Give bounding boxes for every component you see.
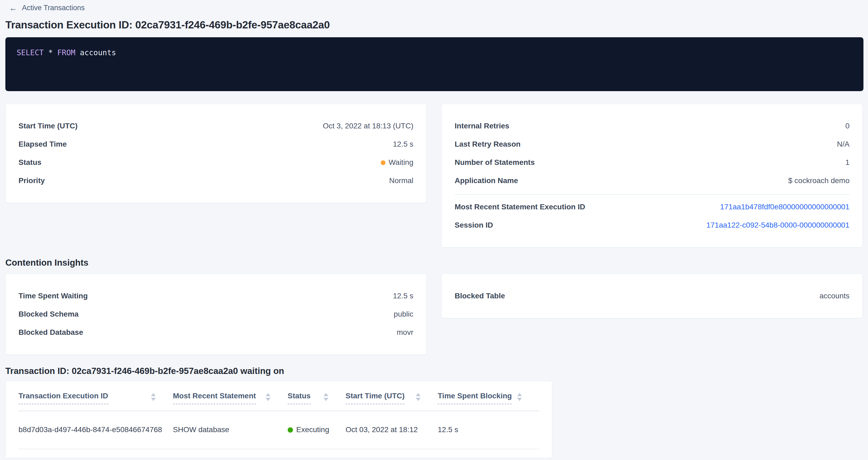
detail-row-application-name: Application Name $ cockroach demo [455, 172, 849, 190]
detail-label: Elapsed Time [19, 140, 67, 149]
waiting-on-table-card: Transaction Execution ID Most Recent Sta… [5, 381, 552, 458]
contention-blocked-table-card: Blocked Table accounts [441, 274, 863, 318]
detail-value: 12.5 s [393, 292, 413, 301]
caret-up-icon [323, 393, 329, 396]
detail-row-start-time: Start Time (UTC) Oct 3, 2022 at 18:13 (U… [19, 117, 413, 135]
column-header-label[interactable]: Start Time (UTC) [345, 391, 404, 404]
contention-row-blocked-schema: Blocked Schema public [19, 305, 413, 323]
detail-row-last-retry-reason: Last Retry Reason N/A [455, 135, 849, 153]
detail-row-number-of-statements: Number of Statements 1 [455, 153, 849, 172]
column-header-label[interactable]: Time Spent Blocking [438, 391, 512, 404]
session-id-link[interactable]: 171aa122-c092-54b8-0000-000000000001 [706, 221, 849, 230]
status-value: Waiting [381, 158, 413, 167]
sql-keyword: SELECT [17, 48, 44, 57]
waiting-on-table: Transaction Execution ID Most Recent Sta… [19, 387, 539, 449]
back-to-active-transactions-link[interactable]: ← Active Transactions [9, 4, 85, 12]
sql-plain-text: accounts [75, 48, 116, 57]
column-header-label[interactable]: Most Recent Statement [173, 391, 256, 404]
sql-statement-box: SELECT * FROM accounts [5, 37, 863, 91]
contention-cards: Time Spent Waiting 12.5 s Blocked Schema… [5, 274, 863, 355]
table-row: b8d7d03a-d497-446b-8474-e50846674768 SHO… [19, 411, 539, 449]
card-divider [455, 194, 849, 195]
contention-row-time-spent-waiting: Time Spent Waiting 12.5 s [19, 287, 413, 305]
waiting-status-dot-icon [381, 160, 385, 165]
contention-row-blocked-table: Blocked Table accounts [455, 287, 849, 305]
caret-down-icon [151, 398, 156, 401]
details-cards: Start Time (UTC) Oct 3, 2022 at 18:13 (U… [5, 104, 863, 247]
column-header-status: Status [288, 387, 345, 411]
contention-waiting-card: Time Spent Waiting 12.5 s Blocked Schema… [5, 274, 427, 355]
caret-up-icon [517, 393, 522, 396]
caret-up-icon [266, 393, 271, 396]
cell-time-spent-blocking: 12.5 s [438, 411, 539, 449]
column-header-time-spent-blocking: Time Spent Blocking [438, 387, 539, 411]
column-header-label[interactable]: Transaction Execution ID [19, 391, 108, 404]
detail-row-elapsed-time: Elapsed Time 12.5 s [19, 135, 413, 153]
caret-up-icon [151, 393, 156, 396]
detail-label: Blocked Schema [19, 310, 79, 319]
detail-label: Session ID [455, 221, 493, 230]
detail-value: 12.5 s [393, 140, 413, 149]
detail-value: public [394, 310, 413, 319]
detail-value: 0 [845, 121, 849, 130]
detail-value: 1 [845, 158, 849, 167]
detail-label: Status [19, 158, 41, 167]
sort-icon[interactable] [517, 391, 522, 401]
detail-value: $ cockroach demo [788, 176, 849, 185]
detail-value: Oct 3, 2022 at 18:13 (UTC) [323, 121, 413, 130]
status-text: Waiting [389, 158, 413, 166]
detail-label: Internal Retries [455, 121, 509, 130]
detail-label: Application Name [455, 176, 518, 185]
sort-icon[interactable] [323, 391, 329, 401]
detail-label: Time Spent Waiting [19, 292, 88, 301]
sort-icon[interactable] [416, 391, 421, 401]
transaction-metadata-card: Internal Retries 0 Last Retry Reason N/A… [441, 104, 863, 247]
detail-label: Most Recent Statement Execution ID [455, 203, 585, 212]
column-header-start-time: Start Time (UTC) [345, 387, 438, 411]
sort-icon[interactable] [151, 391, 156, 401]
detail-label: Blocked Table [455, 292, 505, 301]
cell-status: Executing [288, 411, 345, 449]
detail-row-priority: Priority Normal [19, 172, 413, 190]
detail-value: Normal [389, 176, 413, 185]
cell-most-recent-statement: SHOW database [173, 411, 288, 449]
waiting-on-heading: Transaction ID: 02ca7931-f246-469b-b2fe-… [5, 366, 863, 376]
table-header-row: Transaction Execution ID Most Recent Sta… [19, 387, 539, 411]
detail-label: Last Retry Reason [455, 140, 521, 149]
detail-row-session-id: Session ID 171aa122-c092-54b8-0000-00000… [455, 216, 849, 234]
column-header-most-recent-statement: Most Recent Statement [173, 387, 288, 411]
status-text: Executing [296, 425, 329, 434]
caret-down-icon [416, 398, 421, 401]
sql-keyword: FROM [57, 48, 75, 57]
detail-row-internal-retries: Internal Retries 0 [455, 117, 849, 135]
executing-status-dot-icon [288, 427, 293, 433]
detail-label: Start Time (UTC) [19, 121, 78, 130]
detail-row-statement-execution-id: Most Recent Statement Execution ID 171aa… [455, 198, 849, 216]
detail-value: movr [397, 328, 413, 337]
column-header-transaction-execution-id: Transaction Execution ID [19, 387, 173, 411]
detail-value: N/A [837, 140, 849, 149]
cell-start-time: Oct 03, 2022 at 18:12 [345, 411, 438, 449]
page-title: Transaction Execution ID: 02ca7931-f246-… [5, 19, 863, 31]
detail-label: Number of Statements [455, 158, 535, 167]
contention-insights-heading: Contention Insights [5, 257, 863, 268]
transaction-details-page: ← Active Transactions Transaction Execut… [0, 0, 868, 458]
caret-down-icon [517, 398, 522, 401]
detail-value: accounts [819, 292, 849, 301]
caret-down-icon [323, 398, 329, 401]
caret-up-icon [416, 393, 421, 396]
caret-down-icon [266, 398, 271, 401]
sort-icon[interactable] [266, 391, 271, 401]
contention-row-blocked-database: Blocked Database movr [19, 323, 413, 341]
column-header-label[interactable]: Status [288, 391, 311, 404]
back-link-label: Active Transactions [22, 4, 85, 12]
sql-plain-text: * [44, 48, 57, 57]
sql-statement-text: SELECT * FROM accounts [17, 48, 852, 58]
detail-row-status: Status Waiting [19, 153, 413, 172]
breadcrumb: ← Active Transactions [5, 4, 863, 12]
detail-label: Priority [19, 176, 45, 185]
detail-label: Blocked Database [19, 328, 83, 337]
back-arrow-icon: ← [9, 4, 17, 12]
transaction-summary-card: Start Time (UTC) Oct 3, 2022 at 18:13 (U… [5, 104, 427, 203]
statement-execution-id-link[interactable]: 171aa1b478fdf0e80000000000000001 [720, 203, 849, 212]
